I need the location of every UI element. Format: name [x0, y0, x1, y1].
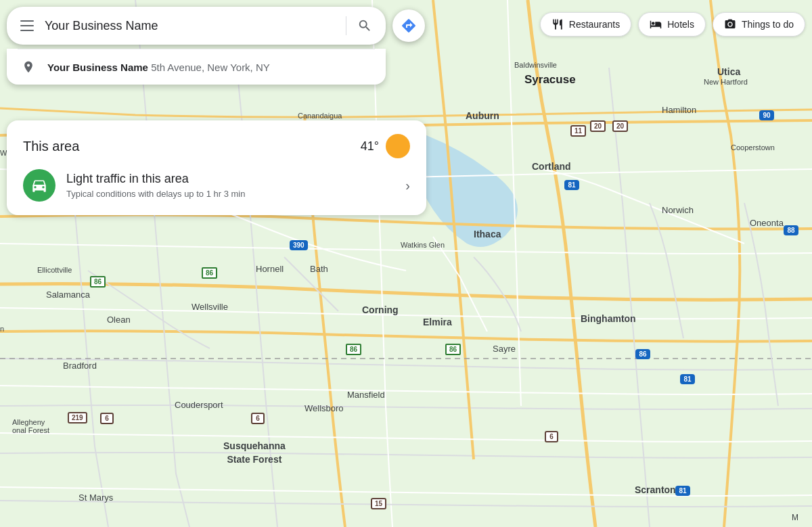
traffic-text: Light traffic in this area Typical condi… — [66, 172, 394, 199]
chip-hotels[interactable]: Hotels — [638, 12, 706, 37]
directions-button[interactable] — [392, 9, 425, 42]
top-bar — [7, 7, 425, 45]
weather-info: 41° — [361, 134, 410, 158]
search-button[interactable] — [355, 16, 375, 36]
chip-things-to-do-label: Things to do — [742, 19, 794, 30]
autocomplete-text: Your Business Name 5th Avenue, New York,… — [47, 62, 270, 73]
camera-icon — [724, 18, 736, 30]
search-box — [7, 7, 386, 45]
restaurant-icon — [551, 18, 564, 30]
sun-icon — [386, 134, 410, 158]
chip-restaurants[interactable]: Restaurants — [540, 12, 631, 37]
hamburger-icon — [20, 20, 34, 31]
location-pin-icon — [20, 59, 37, 75]
autocomplete-dropdown: Your Business Name 5th Avenue, New York,… — [7, 49, 386, 85]
chip-things-to-do[interactable]: Things to do — [713, 12, 805, 37]
category-chips: Restaurants Hotels Things to do — [540, 12, 805, 37]
search-divider — [346, 16, 346, 35]
area-header: This area 41° — [23, 134, 410, 158]
car-icon — [30, 177, 48, 194]
traffic-icon-wrap — [23, 169, 55, 202]
traffic-row[interactable]: Light traffic in this area Typical condi… — [23, 169, 410, 202]
hotel-icon — [650, 18, 662, 30]
traffic-title: Light traffic in this area — [66, 172, 394, 186]
autocomplete-item[interactable]: Your Business Name 5th Avenue, New York,… — [7, 49, 386, 85]
chip-restaurants-label: Restaurants — [569, 19, 620, 30]
chevron-right-icon: › — [405, 178, 410, 193]
search-input[interactable] — [45, 19, 338, 33]
menu-button[interactable] — [18, 18, 37, 34]
chip-hotels-label: Hotels — [667, 19, 694, 30]
autocomplete-business-name: Your Business Name — [47, 62, 148, 73]
search-icon — [357, 18, 372, 33]
temperature-label: 41° — [361, 139, 379, 154]
area-title: This area — [23, 139, 79, 154]
directions-icon — [401, 18, 417, 34]
info-card: This area 41° Light traffic in this area… — [7, 120, 426, 215]
traffic-subtitle: Typical conditions with delays up to 1 h… — [66, 189, 394, 199]
autocomplete-address: 5th Avenue, New York, NY — [151, 62, 270, 73]
